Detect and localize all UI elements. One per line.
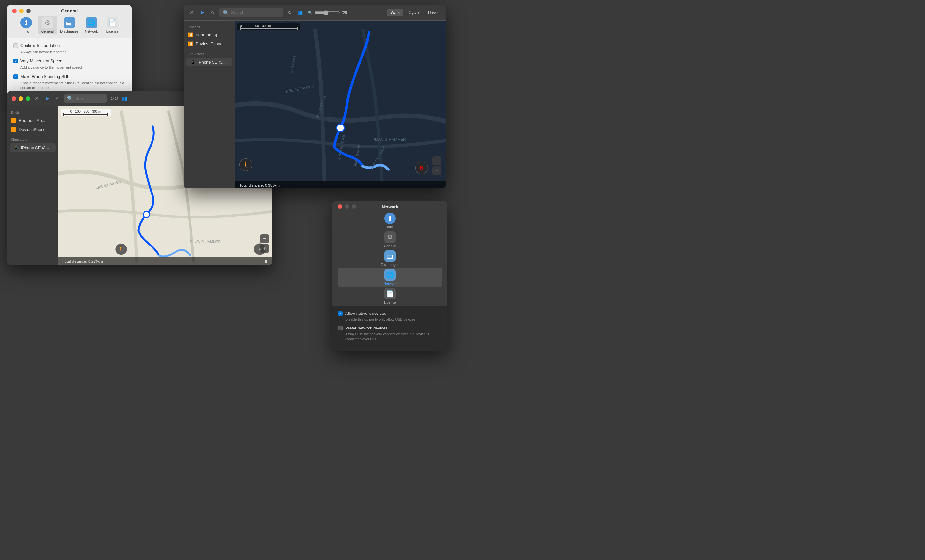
map-status-large: Total distance: 0.380km ⏸ xyxy=(235,181,446,188)
search-icon-large: 🔍 xyxy=(223,10,229,16)
simulator-iphone-se[interactable]: 📱 iPhone SE (3... xyxy=(10,143,56,152)
general-titlebar: General ℹ Info ⚙ General 🖴 DiskImages 🌐 … xyxy=(7,5,132,38)
devices-section-label-large: Devices xyxy=(184,24,235,30)
network-label-net: Network xyxy=(384,282,396,285)
mode-buttons: Walk Cycle Drive xyxy=(387,9,441,16)
zoom-out-button[interactable]: − xyxy=(260,234,269,243)
search-input[interactable] xyxy=(75,96,104,101)
zoom-in-large-button[interactable]: + xyxy=(432,166,441,175)
close-button[interactable] xyxy=(12,96,16,101)
simulator-large[interactable]: 📱 iPhone SE (3... xyxy=(186,58,232,66)
walk-mode-button[interactable]: Walk xyxy=(387,9,403,16)
zoom-slider[interactable] xyxy=(315,10,340,15)
toolbar-network-net[interactable]: 🌐 Network xyxy=(337,268,442,287)
prefer-network-label: Prefer network devices xyxy=(345,326,387,330)
general-label: General xyxy=(41,29,54,33)
device-davids-large[interactable]: 📶 Davids iPhone xyxy=(184,39,235,48)
minimize-button[interactable] xyxy=(18,96,23,101)
map-scale-large: 0100200300 m xyxy=(238,23,300,30)
minimize-network-button[interactable] xyxy=(345,204,349,209)
toolbar-general-net[interactable]: ⚙ General xyxy=(337,230,442,249)
simulators-section-label: Simulators xyxy=(7,136,58,143)
close-large-icon[interactable]: ✕ xyxy=(188,9,195,16)
confirm-teleportation-checkbox[interactable] xyxy=(14,44,18,48)
map-status-small: Total distance: 0.276km ⏸ xyxy=(58,257,272,265)
simulators-label-large: Simulators xyxy=(184,51,235,57)
compass: N xyxy=(415,162,428,174)
info-label-net: Info xyxy=(387,225,393,229)
map-large-window: ✕ ➤ ⌂ 🔍 ↻ 👥 🔍 🗺 Walk Cycle Drive Devices xyxy=(184,5,446,188)
svg-point-10 xyxy=(337,124,344,132)
location-arrow-icon[interactable]: ➤ xyxy=(44,95,51,102)
toolbar: ℹ Info ⚙ General 🖴 DiskImages 🌐 Network … xyxy=(17,16,122,38)
people-large-icon[interactable]: 👥 xyxy=(296,9,303,16)
move-standing-checkbox[interactable] xyxy=(14,74,18,79)
toolbar-diskimages[interactable]: 🖴 DiskImages xyxy=(59,16,80,35)
map-area-large: 0100200300 m xyxy=(235,21,446,188)
pause-button-large[interactable]: ⏸ xyxy=(438,183,441,188)
license-label: License xyxy=(107,29,119,33)
diskimages-icon: 🖴 xyxy=(63,17,75,29)
wifi-icon: 📶 xyxy=(188,32,193,38)
people-icon[interactable]: 👥 xyxy=(121,95,128,102)
search-input-large[interactable] xyxy=(231,10,273,15)
wifi-icon: 📶 xyxy=(11,118,16,123)
device-bedroom-ap[interactable]: 📶 Bedroom Ap... xyxy=(7,116,58,125)
prefer-network-checkbox[interactable] xyxy=(338,326,343,330)
device-name: Bedroom Ap... xyxy=(19,118,45,123)
close-network-button[interactable] xyxy=(337,204,342,209)
toolbar-network[interactable]: 🌐 Network xyxy=(82,16,101,35)
allow-network-row: Allow network devices xyxy=(338,311,442,316)
vary-movement-checkbox[interactable] xyxy=(14,59,18,63)
simulator-name: iPhone SE (3... xyxy=(21,145,49,150)
close-icon[interactable]: ✕ xyxy=(33,95,40,102)
simulator-name-large: iPhone SE (3... xyxy=(198,60,226,65)
license-icon-net: 📄 xyxy=(384,288,396,299)
zoom-controls-large: − + xyxy=(432,156,441,175)
walker-icon[interactable]: 🚶 xyxy=(240,158,252,171)
confirm-teleportation-desc: Always ask before teleporting. xyxy=(20,50,125,55)
zoom-slider-container: 🔍 🗺 xyxy=(308,10,347,16)
allow-network-label: Allow network devices xyxy=(345,311,386,316)
refresh-icon[interactable]: ↻ xyxy=(111,95,118,102)
toolbar-license[interactable]: 📄 License xyxy=(103,16,122,35)
zoom-controls: − + xyxy=(260,234,269,253)
cycle-mode-button[interactable]: Cycle xyxy=(405,9,423,16)
svg-text:PLUWIG-HAMMER: PLUWIG-HAMMER xyxy=(190,240,221,243)
general-content: Confirm Teleportation Always ask before … xyxy=(7,38,132,100)
toolbar-license-net[interactable]: 📄 License xyxy=(337,287,442,306)
general-icon: ⚙ xyxy=(42,17,53,29)
move-standing-label: Move When Standing Still xyxy=(20,74,68,79)
maximize-button[interactable] xyxy=(26,96,30,101)
device-davids-iphone[interactable]: 📶 Davids iPhone xyxy=(7,125,58,134)
home-large-icon[interactable]: ⌂ xyxy=(209,9,216,16)
minimize-button[interactable] xyxy=(19,9,24,13)
toolbar-info-net[interactable]: ℹ Info xyxy=(337,211,442,230)
general-icon-net: ⚙ xyxy=(384,231,396,243)
toolbar-general[interactable]: ⚙ General xyxy=(38,16,57,35)
close-button[interactable] xyxy=(12,9,17,13)
home-icon[interactable]: ⌂ xyxy=(54,95,61,102)
traffic-lights-network xyxy=(337,204,356,209)
zoom-in-button[interactable]: + xyxy=(260,244,269,253)
device-name: Davids iPhone xyxy=(19,127,46,132)
info-icon: ℹ xyxy=(20,17,32,29)
pause-button-small[interactable]: ⏸ xyxy=(264,259,268,264)
maximize-network-button[interactable] xyxy=(352,204,356,209)
device-bedroom-large[interactable]: 📶 Bedroom Ap... xyxy=(184,30,235,39)
toolbar-disk-net[interactable]: 🖴 DiskImages xyxy=(337,249,442,268)
allow-network-checkbox[interactable] xyxy=(338,311,343,316)
toolbar-info[interactable]: ℹ Info xyxy=(17,16,36,35)
refresh-large-icon[interactable]: ↻ xyxy=(286,9,293,16)
svg-point-1 xyxy=(143,211,149,218)
device-name-large-2: Davids iPhone xyxy=(196,42,223,46)
info-icon-net: ℹ xyxy=(384,213,396,224)
drive-mode-button[interactable]: Drive xyxy=(424,9,441,16)
zoom-icon: 🔍 xyxy=(308,11,313,15)
network-window-title: Network xyxy=(382,204,398,209)
svg-text:PLUWIG-HAMMER: PLUWIG-HAMMER xyxy=(372,137,406,142)
maximize-button[interactable] xyxy=(26,9,31,13)
location-arrow-large-icon[interactable]: ➤ xyxy=(199,9,205,16)
search-icon: 🔍 xyxy=(67,96,74,102)
zoom-out-large-button[interactable]: − xyxy=(432,156,441,165)
